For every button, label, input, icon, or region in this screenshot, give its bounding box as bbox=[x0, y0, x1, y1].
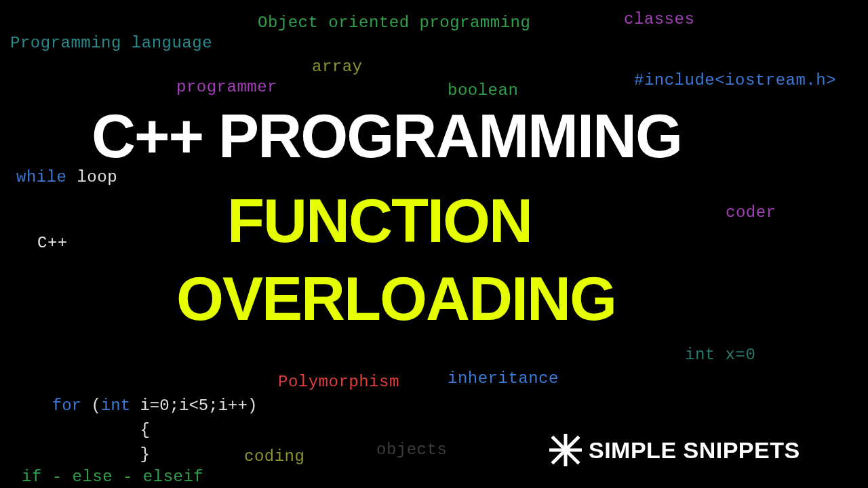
word-inheritance: inheritance bbox=[448, 369, 559, 388]
word-intx: int x=0 bbox=[685, 346, 755, 364]
word-coding: coding bbox=[244, 447, 304, 466]
word-objects: objects bbox=[376, 441, 447, 459]
word-programmer: programmer bbox=[176, 78, 277, 96]
brand: SIMPLE SNIPPETS bbox=[549, 434, 800, 466]
for-brace-close: } bbox=[140, 445, 149, 464]
keyword-while: while bbox=[16, 168, 67, 186]
word-oop: Object oriented programming bbox=[258, 14, 530, 32]
word-classes: classes bbox=[624, 10, 694, 28]
brand-text: SIMPLE SNIPPETS bbox=[589, 437, 800, 464]
word-cpp: C++ bbox=[37, 234, 68, 252]
title-sub-1: FUNCTION bbox=[227, 186, 532, 256]
word-coder: coder bbox=[726, 203, 776, 222]
word-array: array bbox=[312, 58, 363, 76]
word-loop: loop bbox=[67, 168, 118, 186]
code-for-loop: for (int i=0;i<5;i++) { } bbox=[33, 369, 257, 467]
keyword-int: int bbox=[101, 396, 130, 415]
word-polymorphism: Polymorphism bbox=[278, 373, 399, 391]
for-paren-open: ( bbox=[91, 396, 100, 415]
for-rest: i=0;i<5;i++) bbox=[130, 396, 257, 415]
word-ifelse: if - else - elseif bbox=[22, 468, 203, 486]
word-programming-language: Programming language bbox=[10, 34, 212, 52]
brand-logo-icon bbox=[549, 434, 582, 466]
for-brace-open: { bbox=[140, 421, 149, 439]
word-boolean: boolean bbox=[448, 81, 518, 100]
keyword-for: for bbox=[52, 396, 92, 415]
title-main: C++ PROGRAMMING bbox=[92, 102, 682, 171]
word-include: #include<iostream.h> bbox=[634, 71, 836, 89]
word-while-loop: while loop bbox=[16, 168, 117, 186]
title-sub-2: OVERLOADING bbox=[176, 264, 616, 334]
